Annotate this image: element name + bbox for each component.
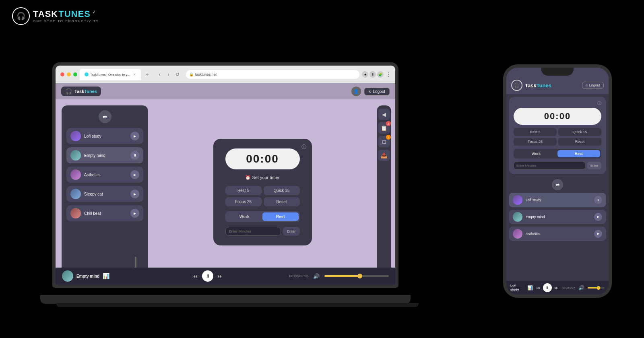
win-min[interactable]	[67, 72, 71, 76]
phone-timer-display: 00:00	[514, 108, 601, 125]
timer-info-icon[interactable]: ⓘ	[301, 144, 306, 150]
music-avatar-chill	[70, 208, 81, 218]
progress-fill	[324, 275, 360, 277]
phone-content: 🎧 TaskTunes ⎋ Logout ⓘ 00:00 Rest 5	[506, 68, 609, 295]
play-button-asth[interactable]: ▶	[130, 170, 139, 179]
tab-close-icon[interactable]: ✕	[133, 73, 136, 76]
music-item-empty-mind[interactable]: Empty mind ⏸	[66, 147, 143, 163]
browser-controls: ‹ › ↺	[154, 71, 184, 78]
phone-preset-focus25[interactable]: Focus 25	[514, 138, 557, 146]
timer-panel: ⓘ 00:00 ⏰ Set your timer Rest 5 Quick 15…	[148, 99, 377, 284]
preset-quick15[interactable]: Quick 15	[264, 186, 300, 195]
phone-music-item-empty[interactable]: Empty mind ▶	[509, 210, 606, 224]
music-avatar-asth	[70, 169, 81, 180]
music-item-asthetics[interactable]: Asthetics ▶	[66, 167, 143, 183]
phone-pause-lofi[interactable]: ⏸	[594, 196, 602, 204]
timer-enter-button[interactable]: Enter	[283, 227, 300, 236]
browser-tab-active[interactable]: TaskTunes | One stop to y... ✕	[80, 69, 141, 80]
music-item-name-empty: Empty mind	[84, 153, 127, 158]
side-copy-button[interactable]: 📋 2	[378, 122, 390, 134]
app-header: 🎧 TASK TUNES ♪ ONE STOP TO PRODUCTIVITY	[12, 7, 99, 25]
rest-toggle-button[interactable]: Rest	[262, 212, 299, 221]
music-avatar-empty	[70, 150, 81, 161]
phone-volume-icon: 🔊	[578, 285, 584, 291]
new-tab-button[interactable]: +	[143, 70, 151, 78]
phone-minutes-input[interactable]	[514, 162, 586, 169]
phone-shuffle-button[interactable]: ⇌	[552, 179, 563, 190]
preset-rest5[interactable]: Rest 5	[225, 186, 262, 195]
progress-thumb[interactable]	[357, 274, 362, 278]
phone-play-empty[interactable]: ▶	[594, 213, 602, 221]
preset-reset[interactable]: Reset	[264, 197, 300, 206]
phone-avatar-asth	[513, 229, 522, 239]
tab-favicon	[85, 72, 89, 76]
logo-task: TASK	[33, 10, 58, 19]
browser-menu-icon[interactable]: ⋮	[386, 71, 391, 78]
forward-button[interactable]: ›	[165, 71, 172, 78]
timer-minutes-input[interactable]	[225, 227, 281, 236]
logout-button[interactable]: ⎋ Logout	[364, 88, 390, 95]
volume-icon: 🔊	[313, 273, 320, 279]
phone-music-item-asth[interactable]: Asthetics ▶	[509, 227, 606, 241]
phone-enter-button[interactable]: Enter	[587, 162, 601, 169]
phone-work-button[interactable]: Work	[515, 150, 557, 157]
phone-progress-thumb[interactable]	[597, 286, 601, 290]
music-item-sleepy-cat[interactable]: Sleepy cat ▶	[66, 186, 143, 202]
progress-bar[interactable]	[324, 275, 389, 277]
phone-preset-reset[interactable]: Reset	[558, 138, 601, 146]
side-export-button[interactable]: 📤	[378, 150, 390, 161]
phone-prev-button[interactable]: ⏮	[536, 285, 541, 290]
phone-logo: 🎧 TaskTunes	[511, 80, 551, 91]
screen-icon: ⊡	[382, 139, 386, 145]
win-max[interactable]	[73, 72, 77, 76]
music-avatar-lofi	[70, 131, 81, 141]
app-logo-name: TaskTunes	[74, 89, 97, 94]
app-logo: 🎧 TaskTunes	[61, 87, 101, 96]
phone-play-asth[interactable]: ▶	[594, 230, 602, 238]
phone-progress-bar[interactable]	[588, 287, 605, 289]
logout-label: Logout	[373, 89, 385, 94]
user-icon[interactable]: 👤	[351, 87, 361, 96]
music-item-name-asth: Asthetics	[84, 173, 127, 177]
preset-focus25[interactable]: Focus 25	[225, 197, 262, 206]
phone-music-item-lofi[interactable]: Lofi study ⏸	[509, 193, 606, 207]
win-close[interactable]	[60, 72, 64, 76]
logo-subtitle: ONE STOP TO PRODUCTIVITY	[33, 19, 99, 23]
browser-extension-icon[interactable]: 🧩	[377, 71, 384, 78]
side-screen-button[interactable]: ⊡ 1	[378, 136, 390, 147]
shuffle-button[interactable]: ⇌	[99, 110, 111, 123]
browser-action-icon-1[interactable]: ★	[362, 71, 368, 78]
laptop-mockup: TaskTunes | One stop to y... ✕ + ‹ › ↺ 🔒…	[52, 62, 402, 304]
logout-icon: ⎋	[369, 89, 371, 94]
browser-action-icon-2[interactable]: ⬇	[369, 71, 376, 78]
play-button-sleepy[interactable]: ▶	[130, 190, 139, 198]
phone-logout-button[interactable]: ⎋ Logout	[582, 82, 604, 89]
next-track-button[interactable]: ⏭	[217, 273, 223, 279]
music-item-lofi-study[interactable]: Lofi study ▶	[66, 128, 143, 144]
player-pause-button[interactable]: ⏸	[202, 270, 213, 282]
phone-player-pause-button[interactable]: ⏸	[543, 283, 552, 292]
prev-track-button[interactable]: ⏮	[192, 273, 198, 279]
play-button-chill[interactable]: ▶	[130, 209, 139, 218]
music-player-bar: Empty mind 📊 ⏮ ⏸ ⏭ 00:08/02:55 🔊	[56, 268, 395, 284]
waveform-icon: 📊	[103, 273, 109, 279]
phone-preset-rest5[interactable]: Rest 5	[514, 128, 557, 136]
phone-next-button[interactable]: ⏭	[554, 285, 559, 290]
tab-title: TaskTunes | One stop to y...	[90, 73, 130, 76]
phone-timer-info-icon: ⓘ	[597, 101, 601, 106]
side-arrow-button[interactable]: ◀	[378, 109, 390, 120]
now-playing-name: Empty mind	[76, 274, 99, 278]
music-item-chill-beat[interactable]: Chill beat ▶	[66, 205, 143, 221]
back-button[interactable]: ‹	[156, 71, 163, 78]
phone-now-playing: Lofistudy	[510, 284, 524, 292]
reload-button[interactable]: ↺	[174, 71, 181, 78]
laptop-base-bottom	[56, 303, 419, 307]
url-bar[interactable]: 🔒 tasktunes.net	[186, 70, 359, 79]
logo-tunes: TUNES	[58, 10, 91, 19]
phone-player-bar: Lofistudy 📊 ⏮ ⏸ ⏭ 00:08/2:27 🔊	[506, 281, 609, 295]
phone-rest-button[interactable]: Rest	[557, 150, 600, 157]
play-button-lofi[interactable]: ▶	[130, 132, 139, 140]
work-toggle-button[interactable]: Work	[227, 212, 263, 221]
phone-preset-quick15[interactable]: Quick 15	[558, 128, 601, 136]
pause-button-empty[interactable]: ⏸	[130, 151, 139, 160]
